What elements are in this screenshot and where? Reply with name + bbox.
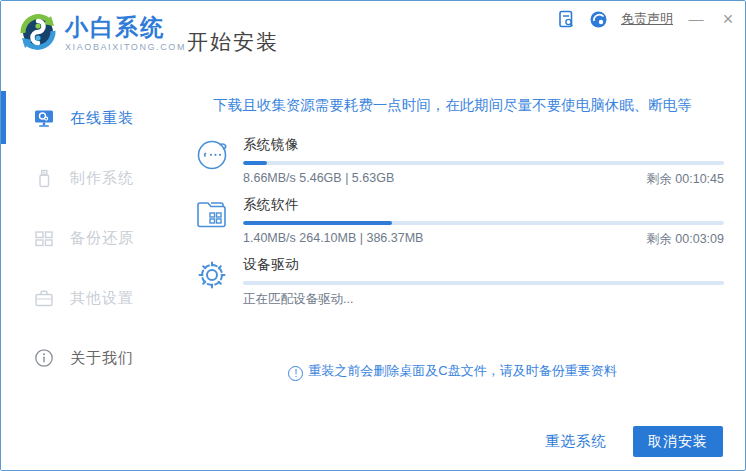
exclamation-circle-icon: ! xyxy=(288,366,303,381)
minimize-button[interactable]: — xyxy=(687,10,705,28)
task-remaining: 剩余 00:03:09 xyxy=(647,231,724,248)
brand-globe-icon[interactable] xyxy=(589,10,607,28)
mascot-face-icon xyxy=(193,135,231,173)
footer: 重选系统 取消安装 xyxy=(545,426,723,457)
sidebar-item-make-system[interactable]: 制作系统 xyxy=(1,148,171,208)
task-remaining: 剩余 00:10:45 xyxy=(647,171,724,188)
titlebar: 免责声明 — × xyxy=(557,8,737,30)
document-search-icon[interactable] xyxy=(557,10,575,28)
cancel-install-button[interactable]: 取消安装 xyxy=(633,426,723,457)
task-stats: 正在匹配设备驱动... xyxy=(243,291,353,308)
usb-drive-icon xyxy=(34,168,54,188)
progress-bar xyxy=(243,161,724,165)
sidebar-item-other-settings[interactable]: 其他设置 xyxy=(1,268,171,328)
task-stats: 1.40MB/s 264.10MB | 386.37MB xyxy=(243,231,423,248)
gear-icon xyxy=(193,255,231,293)
sidebar-item-label: 在线重装 xyxy=(70,109,134,128)
progress-bar-fill xyxy=(243,221,392,225)
backup-grid-icon xyxy=(34,228,54,248)
info-icon xyxy=(34,348,54,368)
task-system-software: 系统软件 1.40MB/s 264.10MB | 386.37MB 剩余 00:… xyxy=(193,195,724,251)
disclaimer-link[interactable]: 免责声明 xyxy=(621,10,673,28)
main-content: 下载且收集资源需要耗费一点时间，在此期间尽量不要使电脑休眠、断电等 系统镜像 xyxy=(171,63,744,408)
task-title: 系统软件 xyxy=(243,196,724,214)
sidebar-item-label: 其他设置 xyxy=(70,289,134,308)
progress-bar xyxy=(243,221,724,225)
download-notice: 下载且收集资源需要耗费一点时间，在此期间尽量不要使电脑休眠、断电等 xyxy=(171,96,734,115)
sidebar-item-about-us[interactable]: 关于我们 xyxy=(1,328,171,388)
task-title: 设备驱动 xyxy=(243,256,724,274)
brand-domain: XIAOBAIXITONG.COM xyxy=(65,42,186,52)
backup-warning: !重装之前会删除桌面及C盘文件，请及时备份重要资料 xyxy=(171,362,734,381)
task-title: 系统镜像 xyxy=(243,136,724,154)
briefcase-icon xyxy=(34,288,54,308)
header: 小白系统 XIAOBAIXITONG.COM 开始安装 免责声明 xyxy=(1,1,745,63)
app-window: 小白系统 XIAOBAIXITONG.COM 开始安装 免责声明 xyxy=(0,0,746,471)
sidebar-item-online-reinstall[interactable]: 在线重装 xyxy=(1,88,171,148)
backup-warning-text: 重装之前会删除桌面及C盘文件，请及时备份重要资料 xyxy=(308,363,616,378)
monitor-reinstall-icon xyxy=(34,108,54,128)
sidebar-item-label: 关于我们 xyxy=(70,349,134,368)
active-indicator xyxy=(1,91,6,144)
software-folder-icon xyxy=(193,195,231,233)
page-title: 开始安装 xyxy=(187,28,279,56)
brand-name: 小白系统 xyxy=(65,14,186,40)
sidebar: 在线重装 制作系统 备份还原 xyxy=(1,63,171,470)
sidebar-item-backup-restore[interactable]: 备份还原 xyxy=(1,208,171,268)
close-button[interactable]: × xyxy=(719,10,737,28)
sidebar-item-label: 备份还原 xyxy=(70,229,134,248)
task-system-image: 系统镜像 8.66MB/s 5.46GB | 5.63GB 剩余 00:10:4… xyxy=(193,135,724,191)
progress-bar-fill xyxy=(243,161,267,165)
progress-bar xyxy=(243,281,724,285)
app-logo-icon xyxy=(15,9,61,55)
task-device-driver: 设备驱动 正在匹配设备驱动... xyxy=(193,255,724,311)
reselect-system-link[interactable]: 重选系统 xyxy=(545,432,607,451)
sidebar-item-label: 制作系统 xyxy=(70,169,134,188)
brand: 小白系统 XIAOBAIXITONG.COM xyxy=(65,14,186,52)
task-stats: 8.66MB/s 5.46GB | 5.63GB xyxy=(243,171,394,188)
